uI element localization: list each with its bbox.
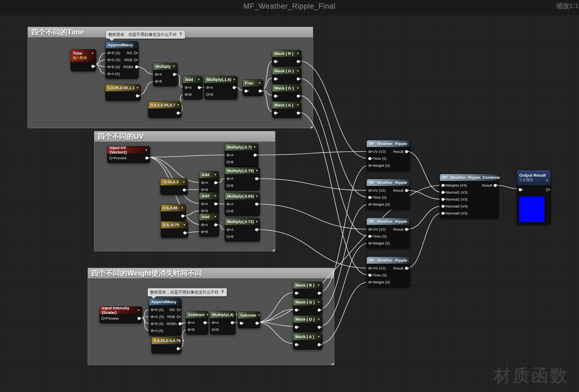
- node-header[interactable]: MF_Weather_Ripple: [367, 257, 410, 264]
- output-pin[interactable]: [494, 184, 497, 187]
- collapse-arrow-icon[interactable]: ▼: [235, 313, 238, 316]
- node-header[interactable]: Input Intensity (Scalar)▼: [100, 307, 142, 314]
- node-header[interactable]: AppendMany: [149, 298, 181, 305]
- node-header[interactable]: Add▼: [183, 76, 202, 83]
- node-appendmany-2[interactable]: AppendManyR (S)RGG (S)RGBB (S)RGBAA (S): [149, 298, 181, 336]
- node-header[interactable]: Add▼: [199, 193, 219, 199]
- node-mask-weight-a[interactable]: Mask ( A )▼: [293, 333, 322, 350]
- node-subtract[interactable]: Subtract▼AB: [186, 311, 208, 335]
- node-header[interactable]: Multiply(,1.6)▼: [205, 76, 237, 83]
- input-pin[interactable]: [201, 230, 204, 233]
- node-mask-time-g2[interactable]: Mask ( G )▼: [272, 84, 302, 101]
- node-const-uv-1[interactable]: -0.55,0.3▼: [160, 178, 188, 195]
- input-pin[interactable]: [368, 281, 371, 284]
- node-multiply-0-72[interactable]: Multiply(,0.72)▼AB: [225, 218, 260, 242]
- node-add-time[interactable]: Add▼AB: [183, 76, 203, 99]
- node-add-uv-2[interactable]: Add▼AB: [199, 192, 219, 216]
- output-pin[interactable]: [297, 112, 300, 114]
- input-pin[interactable]: [441, 191, 444, 194]
- input-pin[interactable]: [185, 93, 188, 96]
- output-pin[interactable]: [214, 223, 217, 226]
- node-header[interactable]: Mask ( G )▼: [293, 316, 322, 323]
- output-pin[interactable]: [254, 154, 257, 157]
- node-mask-weight-g1[interactable]: Mask ( G )▼: [293, 298, 322, 315]
- comment-bubble-1[interactable]: 教程里有，但是不用好像也没什么不对: [106, 31, 185, 39]
- input-pin[interactable]: [274, 60, 277, 63]
- node-header[interactable]: Mask ( A )▼: [272, 102, 301, 109]
- node-header[interactable]: Mask ( R )▼: [293, 282, 322, 289]
- node-multiply-1-6[interactable]: Multiply(,1.6)▼AB: [204, 76, 237, 99]
- output-pin[interactable]: [318, 343, 321, 346]
- input-pin[interactable]: [244, 90, 247, 93]
- node-header[interactable]: 1,0.85,0.93,1.1▼: [106, 84, 140, 91]
- node-multiply-0-75[interactable]: Multiply(,0.75)▼AB: [225, 167, 260, 191]
- collapse-arrow-icon[interactable]: ▼: [317, 301, 320, 304]
- output-pin[interactable]: [183, 188, 186, 191]
- input-pin[interactable]: [441, 205, 444, 208]
- node-header[interactable]: Subtract▼: [186, 311, 208, 318]
- comment-bubble-2[interactable]: 教程里有，但是不用好像也没什么不对: [148, 288, 227, 296]
- node-header[interactable]: Mask ( G )▼: [293, 299, 322, 306]
- node-header[interactable]: Mask ( G )▼: [272, 68, 301, 75]
- input-pin[interactable]: [368, 228, 371, 231]
- input-pin[interactable]: [201, 223, 204, 226]
- collapse-arrow-icon[interactable]: ▼: [253, 146, 256, 149]
- node-const-time-mult[interactable]: 1,0.85,0.93,1.1▼: [105, 84, 141, 101]
- node-mask-weight-g2[interactable]: Mask ( G )▼: [293, 316, 322, 332]
- output-pin[interactable]: [183, 231, 186, 234]
- input-pin[interactable]: [212, 328, 215, 331]
- collapse-arrow-icon[interactable]: ▼: [255, 195, 258, 198]
- output-pin[interactable]: [134, 58, 137, 61]
- collapse-arrow-icon[interactable]: ▼: [136, 86, 139, 89]
- output-pin[interactable]: [255, 203, 258, 206]
- collapse-arrow-icon[interactable]: ▼: [183, 223, 186, 226]
- node-header[interactable]: Multiply(,0.72)▼: [225, 218, 260, 225]
- collapse-arrow-icon[interactable]: ▼: [182, 339, 185, 342]
- input-pin[interactable]: [151, 329, 154, 332]
- node-mf-weather-ripple-2[interactable]: MF_Weather_RippleUV (V2)ResultTime (S)We…: [366, 179, 410, 209]
- collapse-arrow-icon[interactable]: ▼: [296, 52, 299, 55]
- node-header[interactable]: Output Result正在预览▲: [517, 170, 551, 185]
- node-header[interactable]: 0,0.2,0.45,0.7▼: [149, 102, 181, 109]
- node-header[interactable]: Multiply(,4)▼: [210, 311, 235, 318]
- collapse-arrow-icon[interactable]: ▼: [255, 220, 258, 223]
- node-header[interactable]: Add▼: [199, 213, 219, 220]
- node-mf-weather-ripple-combine[interactable]: MF_Weather_Ripple_CombineWeights (V4)Res…: [440, 174, 499, 218]
- input-pin[interactable]: [368, 150, 371, 153]
- input-pin[interactable]: [368, 164, 371, 167]
- output-pin[interactable]: [405, 189, 408, 192]
- collapse-arrow-icon[interactable]: ▲: [546, 178, 548, 181]
- node-multiply-0-65[interactable]: Multiply(,0.65)▼AB: [225, 193, 260, 216]
- input-pin[interactable]: [185, 86, 188, 89]
- output-pin[interactable]: [214, 202, 217, 205]
- input-pin[interactable]: [227, 161, 229, 164]
- node-header[interactable]: MF_Weather_Ripple: [367, 179, 410, 186]
- node-header[interactable]: Saturate▼: [238, 312, 260, 319]
- input-pin[interactable]: [155, 80, 158, 83]
- pushpin-icon[interactable]: [179, 32, 183, 37]
- collapse-arrow-icon[interactable]: ▼: [137, 309, 140, 312]
- input-pin[interactable]: [227, 177, 229, 180]
- collapse-arrow-icon[interactable]: ▼: [296, 87, 299, 90]
- input-pin[interactable]: [201, 181, 204, 184]
- node-multiply-0-7[interactable]: Multiply(,0.7)▼AB: [225, 143, 258, 167]
- input-pin[interactable]: [151, 315, 154, 318]
- input-pin[interactable]: [107, 51, 110, 54]
- collapse-arrow-icon[interactable]: ▼: [296, 103, 299, 106]
- collapse-arrow-icon[interactable]: ▼: [233, 78, 236, 81]
- input-pin[interactable]: [101, 317, 104, 320]
- output-pin[interactable]: [405, 228, 408, 231]
- input-pin[interactable]: [274, 77, 277, 80]
- output-pin[interactable]: [259, 90, 262, 93]
- output-pin[interactable]: [177, 308, 180, 311]
- node-mask-time-a[interactable]: Mask ( A )▼: [272, 101, 302, 118]
- collapse-arrow-icon[interactable]: ▼: [214, 194, 217, 197]
- input-pin[interactable]: [368, 157, 371, 160]
- output-pin[interactable]: [181, 215, 184, 217]
- node-header[interactable]: Input UV (Vector2)▼: [107, 146, 150, 154]
- collapse-arrow-icon[interactable]: ▼: [258, 82, 261, 84]
- node-input-uv[interactable]: Input UV (Vector2)▼Preview: [107, 146, 150, 163]
- output-pin[interactable]: [179, 322, 181, 325]
- node-frac[interactable]: Frac▼: [243, 79, 263, 96]
- input-pin[interactable]: [368, 196, 371, 199]
